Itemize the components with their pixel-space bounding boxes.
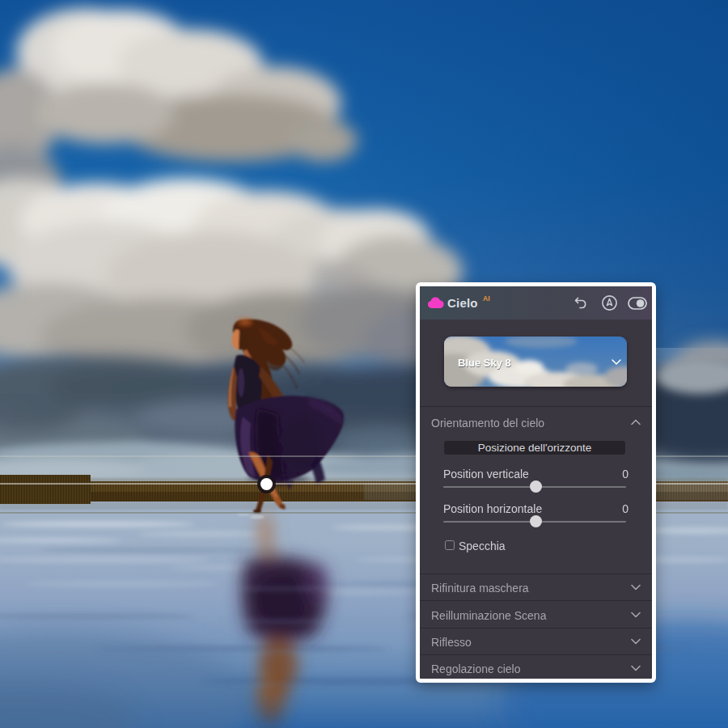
svg-text:Blue Sky 8: Blue Sky 8 bbox=[458, 357, 511, 369]
